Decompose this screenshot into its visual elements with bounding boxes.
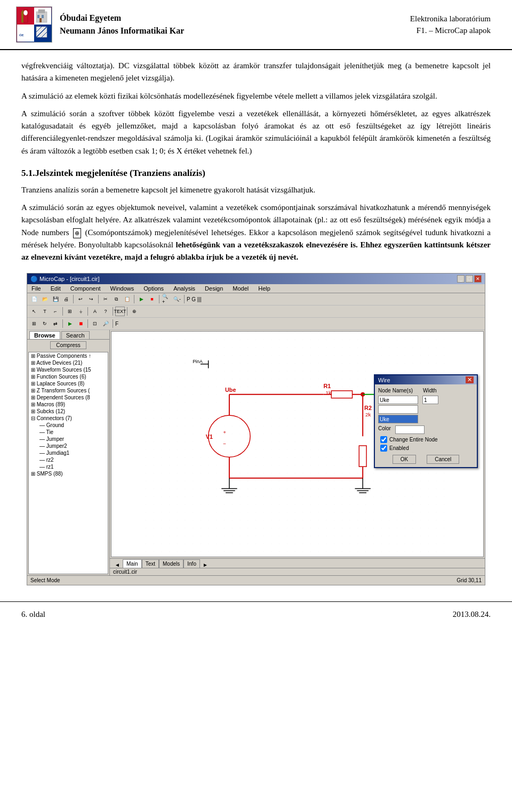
- wire-dialog-close[interactable]: ✕: [466, 376, 474, 383]
- wire-enabled-checkbox[interactable]: [380, 445, 387, 452]
- search-tab[interactable]: Search: [61, 331, 90, 339]
- tab-main[interactable]: Main: [123, 559, 142, 568]
- menu-component[interactable]: Component: [68, 285, 103, 292]
- wire-cancel-button[interactable]: Cancel: [427, 455, 459, 464]
- menu-model[interactable]: Model: [230, 285, 251, 292]
- wire-node-input-3[interactable]: [378, 415, 418, 423]
- run-icon[interactable]: ▶: [137, 294, 146, 304]
- window-controls[interactable]: _ □ ✕: [457, 275, 482, 283]
- list-item-rz2[interactable]: — rz2: [29, 456, 108, 463]
- ground-icon[interactable]: ⏚: [76, 307, 85, 316]
- wire-width-input[interactable]: [422, 396, 438, 404]
- flip-icon[interactable]: ⇄: [51, 319, 60, 328]
- wire-change-node-checkbox[interactable]: [380, 436, 387, 443]
- tab-scroll-right[interactable]: ►: [200, 562, 211, 568]
- wire-icon[interactable]: T: [40, 307, 50, 316]
- paste-icon[interactable]: 📋: [122, 294, 132, 304]
- menu-options[interactable]: Options: [141, 285, 166, 292]
- separator-5: [184, 295, 185, 303]
- cut-icon[interactable]: ✂: [101, 294, 110, 304]
- toolbar-2: ↖ T ⌐ ⊞ ⏚ A ? TEXT ⊕: [27, 305, 485, 318]
- help2-icon[interactable]: ?: [101, 307, 110, 316]
- compress-button[interactable]: Compress: [50, 341, 86, 349]
- list-item-z-transform[interactable]: ⊞ Z Transform Sources (: [29, 387, 108, 394]
- zoom-in-icon[interactable]: 🔍+: [162, 294, 171, 304]
- tab-text[interactable]: Text: [142, 559, 159, 568]
- list-item-jumdiag1[interactable]: — Jumdiag1: [29, 449, 108, 456]
- wire-ok-button[interactable]: OK: [393, 455, 416, 464]
- select-icon[interactable]: ↖: [29, 307, 39, 316]
- wire-node-input-1[interactable]: [378, 396, 418, 404]
- menu-edit[interactable]: Edit: [49, 285, 63, 292]
- new-icon[interactable]: 📄: [29, 294, 39, 304]
- browse-search-tabs: Browse Search: [27, 330, 109, 340]
- page-footer: 6. oldal 2013.08.24.: [0, 601, 512, 627]
- list-item[interactable]: ⊞ Dependent Sources (8: [29, 394, 108, 401]
- minimize-button[interactable]: _: [457, 275, 465, 283]
- list-item-rz1[interactable]: — rz1: [29, 463, 108, 470]
- separator-9: [127, 307, 127, 316]
- zoom-out-icon[interactable]: 🔍-: [172, 294, 182, 304]
- wire-color-picker[interactable]: [395, 425, 425, 434]
- component-browser-panel: Browse Search Compress ⊞ Passive Compone…: [27, 330, 110, 575]
- menu-design[interactable]: Design: [203, 285, 225, 292]
- print-icon[interactable]: 🖨: [61, 294, 71, 304]
- component-list[interactable]: ⊞ Passive Components ↑ ⊞ Active Devices …: [28, 352, 108, 574]
- page-date: 2013.08.24.: [453, 610, 491, 619]
- tab-scroll-left[interactable]: ◄: [112, 562, 123, 568]
- list-item[interactable]: ⊞ Macros (89): [29, 401, 108, 408]
- header-right: Elektronika laboratórium F1. – MicroCap …: [410, 13, 491, 37]
- list-item-ground[interactable]: — Ground: [29, 422, 108, 429]
- menu-windows[interactable]: Windows: [108, 285, 137, 292]
- text-icon[interactable]: A: [90, 307, 100, 316]
- list-item-tie[interactable]: — Tie: [29, 429, 108, 436]
- tab-models[interactable]: Models: [159, 559, 183, 568]
- circuit-canvas[interactable]: PinA Ube R1 1k: [111, 331, 484, 557]
- svg-marker-6: [21, 10, 23, 22]
- redo-icon[interactable]: ↪: [86, 294, 96, 304]
- text2-btn[interactable]: TEXT: [115, 307, 125, 316]
- stop-icon[interactable]: ■: [147, 294, 157, 304]
- status-bar: Select Mode Grid 30,11: [27, 575, 485, 585]
- list-item[interactable]: ⊞ Waveform Sources (15: [29, 366, 108, 373]
- simulate-run[interactable]: ▶: [65, 319, 75, 328]
- save-icon[interactable]: 💾: [51, 294, 60, 304]
- tab-info[interactable]: Info: [183, 559, 200, 568]
- wire-node-input-2[interactable]: [378, 405, 418, 414]
- list-item-jumper[interactable]: — Jumper: [29, 436, 108, 443]
- svg-text:R2: R2: [364, 405, 372, 411]
- list-item-connectors[interactable]: ⊟ Connectors (7): [29, 415, 108, 422]
- menu-help[interactable]: Help: [256, 285, 273, 292]
- list-item-smps[interactable]: ⊞ SMPS (88): [29, 470, 108, 477]
- browse-tab[interactable]: Browse: [29, 331, 60, 339]
- list-item-jumper2[interactable]: — Jumper2: [29, 443, 108, 449]
- maximize-button[interactable]: □: [466, 275, 473, 283]
- close-button[interactable]: ✕: [474, 275, 482, 283]
- open-icon[interactable]: 📂: [40, 294, 50, 304]
- wire-dialog-body: Node Name(s) Width: [375, 384, 477, 467]
- list-item[interactable]: ⊞ Laplace Sources (8): [29, 380, 108, 387]
- undo-icon[interactable]: ↩: [76, 294, 85, 304]
- wire-dialog[interactable]: Wire ✕ Node Name(s) Width: [374, 374, 478, 468]
- title-bar: 🔵 MicroCap - [circuit1.cir] _ □ ✕: [27, 274, 485, 284]
- rotate-icon[interactable]: ↻: [40, 319, 50, 328]
- simulate-stop[interactable]: ⏹: [76, 319, 85, 328]
- copy-icon[interactable]: ⧉: [111, 294, 121, 304]
- page-header: ÓE Óbudai Egyetem Neumann János Informat…: [0, 0, 512, 50]
- list-item[interactable]: ⊞ Active Devices (21): [29, 359, 108, 366]
- list-item[interactable]: ⊞ Passive Components ↑: [29, 352, 108, 359]
- grid-icon[interactable]: ⊞: [29, 319, 39, 328]
- toolbar-1: 📄 📂 💾 🖨 ↩ ↪ ✂ ⧉ 📋 ▶ ■ 🔍+ 🔍- P G |||: [27, 293, 485, 305]
- menu-file[interactable]: File: [29, 285, 43, 292]
- list-item[interactable]: ⊞ Subcks (12): [29, 408, 108, 415]
- zoom-fit[interactable]: ⊡: [90, 319, 100, 328]
- list-item-function-sources[interactable]: ⊞ Function Sources (6): [29, 373, 108, 380]
- probe-icon[interactable]: ⊕: [130, 307, 139, 316]
- component-icon[interactable]: ⊞: [65, 307, 75, 316]
- wire-dialog-buttons: OK Cancel: [378, 455, 474, 464]
- bus-icon[interactable]: ⌐: [51, 307, 60, 316]
- svg-point-7: [23, 10, 28, 15]
- mode-label: F: [115, 321, 118, 327]
- menu-analysis[interactable]: Analysis: [171, 285, 197, 292]
- zoom-sel[interactable]: 🔎: [101, 319, 110, 328]
